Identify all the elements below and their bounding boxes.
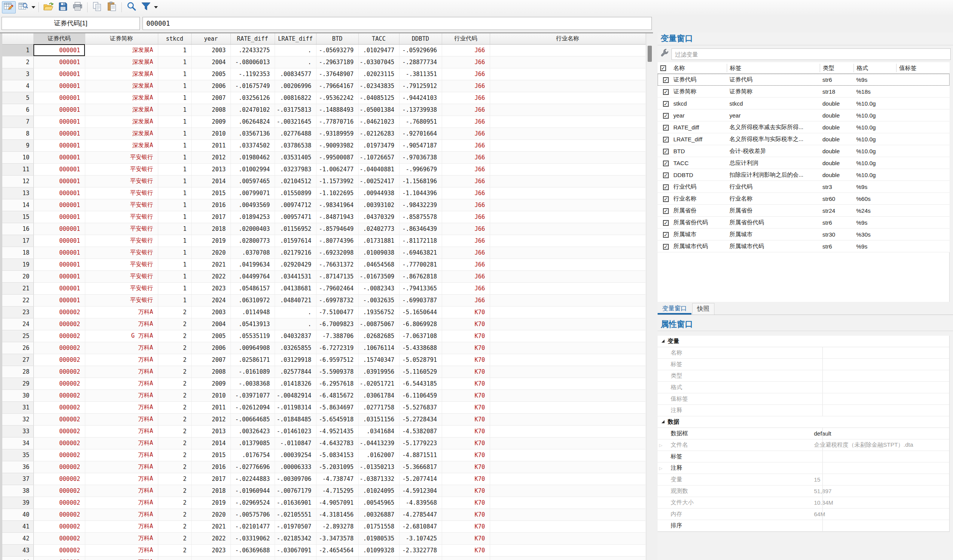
property-row[interactable]: 文件大小10.34M bbox=[658, 497, 949, 509]
filter-dropdown[interactable] bbox=[153, 1, 159, 13]
cell[interactable]: -.69232098 bbox=[316, 247, 358, 258]
cell[interactable]: 000002 bbox=[33, 532, 85, 544]
row-number[interactable]: 26 bbox=[2, 342, 33, 354]
variable-row[interactable]: 所属城市代码所属城市代码str6%9s bbox=[658, 240, 950, 252]
variables-col-name[interactable]: 名称 bbox=[671, 64, 727, 72]
cell[interactable]: -.00482914 bbox=[275, 389, 316, 401]
cell[interactable]: .01751558 bbox=[358, 520, 399, 532]
cell[interactable]: -.06369688 bbox=[230, 544, 275, 556]
cell[interactable]: -.0161089 bbox=[230, 366, 275, 378]
column-header[interactable]: BTD bbox=[316, 33, 358, 44]
cell[interactable]: 万科A bbox=[85, 437, 158, 449]
column-header[interactable]: 证券代码 bbox=[33, 33, 85, 44]
cell[interactable]: .01099328 bbox=[358, 544, 399, 556]
cell[interactable]: 2 bbox=[158, 389, 191, 401]
row-number[interactable]: 1 bbox=[2, 44, 33, 56]
cell[interactable]: 平安银行 bbox=[85, 163, 158, 175]
cell[interactable] bbox=[490, 342, 645, 354]
cell[interactable]: .01980462 bbox=[230, 151, 275, 163]
cell[interactable]: 1 bbox=[158, 223, 191, 235]
variables-col-valuelabel[interactable]: 值标签 bbox=[896, 64, 950, 72]
cell[interactable]: -2.3322778 bbox=[399, 544, 442, 556]
cell[interactable]: .04370329 bbox=[358, 211, 399, 223]
cell[interactable]: 2003 bbox=[191, 44, 230, 56]
cell[interactable] bbox=[490, 258, 645, 270]
variable-checkbox[interactable] bbox=[663, 196, 669, 202]
cell[interactable]: 1 bbox=[158, 68, 191, 80]
variable-row[interactable]: LRATE_diff名义所得税率与实际税率之...double%10.0g bbox=[658, 133, 950, 145]
cell[interactable]: 万科A bbox=[85, 306, 158, 318]
cell[interactable]: .00957471 bbox=[275, 211, 316, 223]
cell[interactable]: 1 bbox=[158, 282, 191, 294]
cell[interactable]: -1.1568196 bbox=[399, 175, 442, 187]
cell[interactable]: 2 bbox=[158, 532, 191, 544]
row-number[interactable]: 24 bbox=[2, 318, 33, 330]
cell[interactable]: -.77700281 bbox=[399, 258, 442, 270]
cell[interactable]: 平安银行 bbox=[85, 175, 158, 187]
cell[interactable]: -4.738747 bbox=[316, 473, 358, 485]
cell[interactable]: 000001 bbox=[33, 68, 85, 80]
vertical-scrollbar[interactable] bbox=[646, 33, 653, 560]
cell[interactable]: 2 bbox=[158, 306, 191, 318]
cell[interactable]: 000001 bbox=[33, 128, 85, 139]
cell[interactable]: -.03871332 bbox=[358, 473, 399, 485]
cell[interactable]: 2013 bbox=[191, 425, 230, 437]
row-expander-icon[interactable]: ▷ bbox=[659, 466, 662, 471]
cell[interactable]: 2 bbox=[158, 318, 191, 330]
cell[interactable]: 000002 bbox=[33, 354, 85, 366]
cell[interactable]: 1 bbox=[158, 258, 191, 270]
cell[interactable]: 2012 bbox=[191, 151, 230, 163]
cell[interactable]: .03237983 bbox=[275, 163, 316, 175]
cell[interactable]: -.86762818 bbox=[399, 270, 442, 282]
row-number[interactable]: 14 bbox=[2, 199, 33, 211]
row-number[interactable]: 37 bbox=[2, 473, 33, 485]
column-header[interactable]: DDBTD bbox=[399, 33, 442, 44]
cell[interactable]: -.79125912 bbox=[399, 80, 442, 92]
cell[interactable]: -.7680951 bbox=[399, 116, 442, 128]
cell[interactable]: 1 bbox=[158, 92, 191, 104]
cell[interactable]: -6.4815672 bbox=[316, 389, 358, 401]
cell[interactable]: 000002 bbox=[33, 401, 85, 413]
cell[interactable]: 000002 bbox=[33, 366, 85, 378]
cell[interactable] bbox=[490, 199, 645, 211]
cell[interactable]: -.98341964 bbox=[316, 199, 358, 211]
cell[interactable]: .01009038 bbox=[358, 247, 399, 258]
cell[interactable]: .05535119 bbox=[230, 330, 275, 342]
cell[interactable]: -4.3181456 bbox=[316, 509, 358, 520]
variable-row[interactable]: 证券代码证券代码str6%9s bbox=[658, 74, 950, 86]
cell[interactable]: 万科A bbox=[85, 544, 158, 556]
row-number[interactable]: 17 bbox=[2, 235, 33, 247]
cell[interactable] bbox=[490, 401, 645, 413]
variable-checkbox[interactable] bbox=[663, 184, 669, 190]
cell[interactable]: 000002 bbox=[33, 544, 85, 556]
cell[interactable]: -.08006013 bbox=[230, 56, 275, 68]
cell[interactable]: J66 bbox=[442, 187, 490, 199]
cell[interactable]: K70 bbox=[442, 318, 490, 330]
cell[interactable]: -.79664167 bbox=[316, 80, 358, 92]
cell[interactable]: .01418326 bbox=[275, 378, 316, 389]
cell[interactable]: -.98432239 bbox=[399, 199, 442, 211]
cell[interactable]: .05486157 bbox=[230, 282, 275, 294]
cell[interactable]: 平安银行 bbox=[85, 270, 158, 282]
cell[interactable]: 2009 bbox=[191, 116, 230, 128]
cell[interactable]: -.02105551 bbox=[275, 509, 316, 520]
cell[interactable]: .02586171 bbox=[230, 354, 275, 366]
cell[interactable]: .0370708 bbox=[230, 247, 275, 258]
wrench-icon[interactable] bbox=[660, 49, 670, 60]
variable-row[interactable]: TACC总应计利润double%10.0g bbox=[658, 157, 950, 169]
cell[interactable]: -.01350213 bbox=[358, 461, 399, 473]
cell[interactable]: J66 bbox=[442, 235, 490, 247]
cell[interactable] bbox=[490, 318, 645, 330]
cell[interactable]: -.00252417 bbox=[358, 175, 399, 187]
cell[interactable]: 2 bbox=[158, 544, 191, 556]
row-number[interactable]: 38 bbox=[2, 485, 33, 497]
property-row[interactable]: 数据框default bbox=[658, 428, 949, 439]
cell[interactable]: -4.715295 bbox=[316, 485, 358, 497]
cell[interactable]: .03567136 bbox=[230, 128, 275, 139]
cell[interactable]: -.02244883 bbox=[230, 473, 275, 485]
variable-row[interactable]: DDBTD扣除应计利润影响之后的会...double%10.0g bbox=[658, 169, 950, 181]
cell[interactable]: 2 bbox=[158, 437, 191, 449]
cell[interactable]: -.87147135 bbox=[316, 270, 358, 282]
cell[interactable]: .19356752 bbox=[358, 306, 399, 318]
cell[interactable] bbox=[399, 556, 442, 560]
